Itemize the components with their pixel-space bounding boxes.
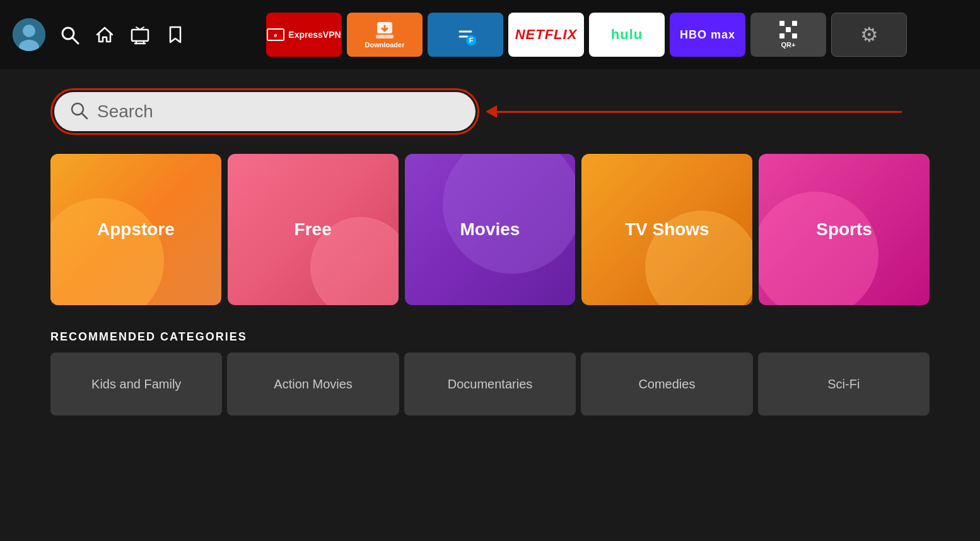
qrplus-icon: QR+ (779, 21, 797, 49)
category-tile-appstore-label: Appstore (97, 219, 175, 240)
downloader-icon (373, 21, 396, 40)
rec-tile-comedies[interactable]: Comedies (581, 352, 752, 416)
svg-point-1 (23, 25, 35, 37)
nav-left-icons (13, 18, 187, 51)
main-content: Search Appstore Free Movies TV Shows Spo… (0, 69, 980, 434)
rec-tile-kids-family[interactable]: Kids and Family (50, 352, 222, 416)
app-tile-hulu[interactable]: hulu (589, 13, 665, 57)
files-icon: F (450, 19, 481, 50)
rec-tile-sci-fi-label: Sci-Fi (827, 377, 860, 392)
search-placeholder: Search (97, 102, 153, 122)
category-tile-free-label: Free (295, 219, 332, 240)
svg-rect-5 (132, 30, 148, 41)
search-box[interactable]: Search (54, 92, 475, 131)
app-tile-settings[interactable]: ⚙ (831, 13, 907, 57)
category-tile-tvshows-label: TV Shows (625, 219, 709, 240)
category-tile-movies[interactable]: Movies (405, 154, 576, 305)
settings-gear-icon: ⚙ (860, 23, 878, 47)
recommended-tiles: Kids and Family Action Movies Documentar… (50, 352, 930, 416)
nav-apps: e ExpressVPN Downloader (206, 13, 967, 57)
expressvpn-label: ExpressVPN (288, 30, 341, 40)
user-avatar[interactable] (13, 18, 45, 51)
category-tile-tvshows[interactable]: TV Shows (581, 154, 752, 305)
app-tile-downloader[interactable]: Downloader (347, 13, 423, 57)
svg-rect-12 (376, 35, 394, 38)
app-tile-netflix[interactable]: NETFLIX (508, 13, 584, 57)
rec-tile-kids-family-label: Kids and Family (91, 377, 181, 392)
app-tile-qrplus[interactable]: QR+ (750, 13, 826, 57)
recommended-title: RECOMMENDED CATEGORIES (50, 330, 930, 344)
svg-line-4 (73, 38, 78, 44)
bookmark-nav-icon[interactable] (164, 23, 187, 46)
hbomax-label: HBO max (680, 28, 735, 42)
category-tiles: Appstore Free Movies TV Shows Sports (50, 154, 930, 305)
expressvpn-logo-icon: e (267, 28, 284, 41)
svg-line-17 (82, 113, 87, 119)
app-tile-files[interactable]: F (428, 13, 503, 57)
search-container: Search (50, 88, 930, 135)
rec-tile-documentaries[interactable]: Documentaries (404, 352, 576, 416)
svg-text:F: F (469, 37, 474, 44)
rec-tile-action-movies[interactable]: Action Movies (227, 352, 399, 416)
search-box-wrapper: Search (50, 88, 479, 135)
recommended-section: RECOMMENDED CATEGORIES Kids and Family A… (50, 330, 930, 416)
rec-tile-comedies-label: Comedies (638, 377, 695, 392)
category-tile-movies-label: Movies (460, 219, 520, 240)
rec-tile-action-movies-label: Action Movies (274, 377, 353, 392)
search-box-icon (69, 101, 88, 122)
arrow-annotation (486, 111, 902, 112)
top-nav: e ExpressVPN Downloader (0, 0, 980, 69)
category-tile-appstore[interactable]: Appstore (50, 154, 221, 305)
app-tile-hbomax[interactable]: HBO max (670, 13, 745, 57)
category-tile-sports[interactable]: Sports (759, 154, 930, 305)
downloader-label: Downloader (365, 41, 405, 49)
rec-tile-documentaries-label: Documentaries (448, 377, 533, 392)
hulu-label: hulu (611, 26, 643, 43)
tv-nav-icon[interactable] (129, 23, 151, 46)
svg-text:e: e (274, 32, 277, 38)
search-nav-icon[interactable] (58, 23, 81, 46)
category-tile-free[interactable]: Free (228, 154, 399, 305)
category-tile-sports-label: Sports (816, 219, 872, 240)
arrow-line (496, 111, 902, 113)
app-tile-expressvpn[interactable]: e ExpressVPN (266, 13, 342, 57)
search-section: Search (50, 88, 930, 135)
rec-tile-sci-fi[interactable]: Sci-Fi (758, 352, 930, 416)
home-nav-icon[interactable] (93, 23, 116, 46)
netflix-label: NETFLIX (515, 26, 578, 43)
